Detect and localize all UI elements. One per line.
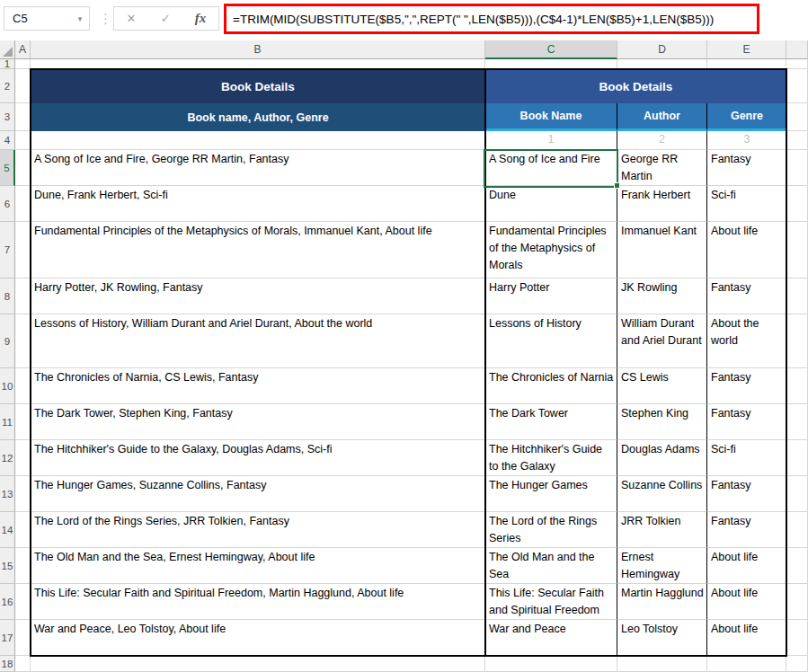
cell-E13[interactable]: Fantasy bbox=[707, 476, 786, 512]
left-table-header-cell-B3[interactable]: Book name, Author, Genre bbox=[31, 103, 485, 131]
cell-D14[interactable]: JRR Tolkien bbox=[617, 512, 707, 548]
cell-B5[interactable]: A Song of Ice and Fire, George RR Martin… bbox=[31, 150, 485, 186]
cell-F5[interactable] bbox=[786, 150, 808, 186]
cell-A10[interactable] bbox=[15, 368, 31, 404]
cell-C12[interactable]: The Hitchhiker's Guide to the Galaxy bbox=[485, 440, 617, 476]
cell-B4[interactable] bbox=[31, 131, 485, 150]
cell-E12[interactable]: Sci-fi bbox=[707, 440, 786, 476]
cell-E3-genre-header[interactable]: Genre bbox=[707, 103, 786, 131]
cell-D5[interactable]: George RR Martin bbox=[617, 150, 707, 186]
cell-D18[interactable] bbox=[617, 656, 707, 672]
cell-F6[interactable] bbox=[786, 186, 808, 222]
cell-B14[interactable]: The Lord of the Rings Series, JRR Tolkie… bbox=[31, 512, 485, 548]
row-header-2[interactable]: 2 bbox=[0, 69, 15, 103]
cell-C1[interactable] bbox=[485, 59, 617, 69]
cell-D8[interactable]: JK Rowling bbox=[617, 279, 707, 314]
cell-E11[interactable]: Fantasy bbox=[707, 404, 786, 440]
row-header-12[interactable]: 12 bbox=[0, 440, 15, 476]
cell-F12[interactable] bbox=[786, 440, 808, 476]
cell-B12[interactable]: The Hitchhiker's Guide to the Galaxy, Do… bbox=[31, 440, 485, 476]
cell-E6[interactable]: Sci-fi bbox=[707, 186, 786, 222]
left-table-title-cell-B2[interactable]: Book Details bbox=[31, 69, 485, 103]
row-header-10[interactable]: 10 bbox=[0, 368, 15, 404]
cell-C16[interactable]: This Life: Secular Faith and Spiritual F… bbox=[485, 584, 617, 620]
cell-C6[interactable]: Dune bbox=[485, 186, 617, 222]
cell-F7[interactable] bbox=[786, 222, 808, 279]
cell-D15[interactable]: Ernest Hemingway bbox=[617, 548, 707, 584]
cell-B15[interactable]: The Old Man and the Sea, Ernest Hemingwa… bbox=[31, 548, 485, 584]
cell-D16[interactable]: Martin Hagglund bbox=[617, 584, 707, 620]
cell-A8[interactable] bbox=[15, 279, 31, 314]
cell-A13[interactable] bbox=[15, 476, 31, 512]
cell-A4[interactable] bbox=[15, 131, 31, 150]
cell-F10[interactable] bbox=[786, 368, 808, 404]
cell-F13[interactable] bbox=[786, 476, 808, 512]
cell-E4[interactable]: 3 bbox=[707, 131, 786, 150]
cell-C5[interactable]: A Song of Ice and Fire bbox=[485, 150, 617, 186]
cell-A15[interactable] bbox=[15, 548, 31, 584]
row-header-4[interactable]: 4 bbox=[0, 131, 15, 150]
cell-B8[interactable]: Harry Potter, JK Rowling, Fantasy bbox=[31, 279, 485, 314]
row-header-3[interactable]: 3 bbox=[0, 103, 15, 131]
cell-B16[interactable]: This Life: Secular Faith and Spiritual F… bbox=[31, 584, 485, 620]
cell-A12[interactable] bbox=[15, 440, 31, 476]
cell-A18[interactable] bbox=[15, 656, 31, 672]
cell-A5[interactable] bbox=[15, 150, 31, 186]
cell-E10[interactable]: Fantasy bbox=[707, 368, 786, 404]
cell-D1[interactable] bbox=[617, 59, 707, 69]
cell-B7[interactable]: Fundamental Principles of the Metaphysic… bbox=[31, 222, 485, 279]
row-header-1[interactable]: 1 bbox=[0, 59, 15, 69]
row-header-16[interactable]: 16 bbox=[0, 584, 15, 620]
cell-F18[interactable] bbox=[786, 656, 808, 672]
fill-handle[interactable] bbox=[614, 182, 620, 189]
cell-C17[interactable]: War and Peace bbox=[485, 620, 617, 656]
row-header-18[interactable]: 18 bbox=[0, 656, 15, 672]
row-header-8[interactable]: 8 bbox=[0, 279, 15, 314]
cell-F2[interactable] bbox=[786, 69, 808, 103]
cell-B13[interactable]: The Hunger Games, Suzanne Collins, Fanta… bbox=[31, 476, 485, 512]
cell-B9[interactable]: Lessons of History, William Durant and A… bbox=[31, 314, 485, 368]
cell-A11[interactable] bbox=[15, 404, 31, 440]
cell-D3-author-header[interactable]: Author bbox=[617, 103, 707, 131]
cell-D7[interactable]: Immanuel Kant bbox=[617, 222, 707, 279]
cell-A1[interactable] bbox=[15, 59, 31, 69]
cell-D11[interactable]: Stephen King bbox=[617, 404, 707, 440]
cell-D13[interactable]: Suzanne Collins bbox=[617, 476, 707, 512]
cell-F9[interactable] bbox=[786, 314, 808, 368]
cell-E7[interactable]: About life bbox=[707, 222, 786, 279]
cell-B6[interactable]: Dune, Frank Herbert, Sci-fi bbox=[31, 186, 485, 222]
cell-C3-book-name-header[interactable]: Book Name bbox=[485, 103, 617, 131]
cell-F16[interactable] bbox=[786, 584, 808, 620]
cell-F1[interactable] bbox=[786, 59, 808, 69]
row-header-6[interactable]: 6 bbox=[0, 186, 15, 222]
cell-B18[interactable] bbox=[31, 656, 485, 672]
cell-B17[interactable]: War and Peace, Leo Tolstoy, About life bbox=[31, 620, 485, 656]
cell-C15[interactable]: The Old Man and the Sea bbox=[485, 548, 617, 584]
cell-C11[interactable]: The Dark Tower bbox=[485, 404, 617, 440]
cell-E8[interactable]: Fantasy bbox=[707, 279, 786, 314]
column-header-d[interactable]: D bbox=[617, 40, 707, 59]
row-header-9[interactable]: 9 bbox=[0, 314, 15, 368]
right-table-title-cell-C2-E2[interactable]: Book Details bbox=[485, 69, 786, 103]
row-header-13[interactable]: 13 bbox=[0, 476, 15, 512]
column-header-c[interactable]: C bbox=[485, 40, 617, 59]
cancel-button[interactable]: ✕ bbox=[127, 12, 137, 25]
cell-D4[interactable]: 2 bbox=[617, 131, 707, 150]
cell-A7[interactable] bbox=[15, 222, 31, 279]
cell-A16[interactable] bbox=[15, 584, 31, 620]
cell-B11[interactable]: The Dark Tower, Stephen King, Fantasy bbox=[31, 404, 485, 440]
name-box[interactable]: C5 ▾ bbox=[4, 6, 90, 31]
cell-F3[interactable] bbox=[786, 103, 808, 131]
cell-D6[interactable]: Frank Herbert bbox=[617, 186, 707, 222]
cell-C9[interactable]: Lessons of History bbox=[485, 314, 617, 368]
cell-E18[interactable] bbox=[707, 656, 786, 672]
cell-F17[interactable] bbox=[786, 620, 808, 656]
cell-D10[interactable]: CS Lewis bbox=[617, 368, 707, 404]
cell-F14[interactable] bbox=[786, 512, 808, 548]
column-header-b[interactable]: B bbox=[31, 40, 485, 59]
cell-E16[interactable]: About life bbox=[707, 584, 786, 620]
cell-C7[interactable]: Fundamental Principles of the Metaphysic… bbox=[485, 222, 617, 279]
row-header-14[interactable]: 14 bbox=[0, 512, 15, 548]
cell-A17[interactable] bbox=[15, 620, 31, 656]
cell-A6[interactable] bbox=[15, 186, 31, 222]
